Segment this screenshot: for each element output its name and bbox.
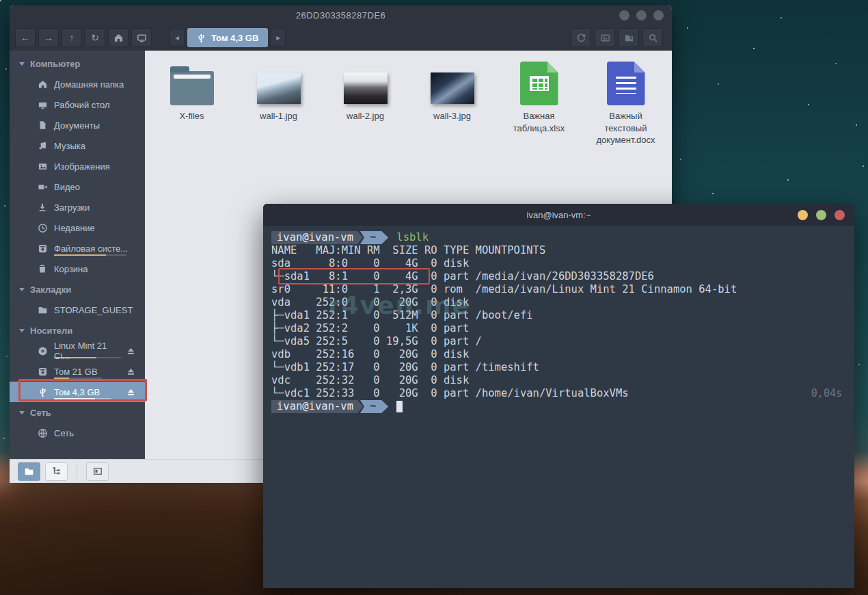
sidebar-item-documents[interactable]: Документы (10, 115, 145, 135)
tab-next-button[interactable]: ▸ (271, 29, 286, 47)
file-wall-2[interactable]: wall-2.jpg (325, 57, 405, 146)
eject-icon (126, 347, 135, 356)
chevron-down-icon (19, 62, 25, 66)
window-controls (619, 5, 664, 25)
computer-button[interactable] (131, 28, 152, 47)
file-name: X-files (179, 110, 204, 122)
reload-icon (576, 33, 586, 43)
disk-usage-bar (54, 357, 121, 358)
document-icon (607, 62, 645, 105)
close-button[interactable] (653, 10, 664, 21)
file-wall-3[interactable]: wall-3.jpg (412, 57, 492, 146)
maximize-button[interactable] (636, 10, 647, 21)
eject-button[interactable] (126, 347, 135, 356)
sidebar-item-music[interactable]: Музыка (10, 135, 145, 156)
section-label: Сеть (30, 408, 51, 418)
lsblk-row-vdb1: └─vdb1 252:17 0 20G 0 part /timeshift (271, 361, 854, 374)
network-icon (37, 427, 48, 438)
sidebar-section-network[interactable]: Сеть (10, 402, 145, 423)
sidebar-item-label: Корзина (54, 264, 88, 274)
sidebar-item-label: Домашняя папка (54, 79, 124, 90)
prompt-path: ~ (360, 400, 388, 413)
annotation-box-sda1-row (278, 268, 430, 285)
section-label: Закладки (30, 285, 71, 295)
tab-label: Том 4,3 GB (211, 33, 258, 43)
tree-view-button[interactable] (45, 462, 68, 481)
lsblk-row-vdc1: └─vdc1 252:33 0 20G 0 part /home/ivan/Vi… (271, 387, 854, 400)
computer-icon (137, 33, 147, 43)
sidebar-item-network[interactable]: Сеть (10, 423, 145, 443)
starfield (0, 0, 1, 1)
forward-button[interactable]: → (38, 28, 59, 47)
minimize-button[interactable] (619, 10, 629, 21)
reload-button[interactable] (571, 28, 591, 47)
sidebar-section-devices[interactable]: Носители (10, 320, 145, 341)
up-icon: ↑ (70, 32, 74, 43)
home-button[interactable] (108, 28, 128, 47)
file-name: wall-3.jpg (433, 110, 471, 122)
sidebar-item-home[interactable]: Домашняя папка (10, 74, 145, 94)
panel-toggle-button[interactable] (86, 462, 109, 481)
image-thumbnail (344, 72, 388, 104)
text-cursor (396, 401, 403, 412)
file-wall-1[interactable]: wall-1.jpg (239, 57, 318, 146)
new-folder-icon (624, 33, 634, 43)
icon-view-button[interactable] (18, 462, 40, 481)
image-thumbnail (431, 72, 474, 104)
images-icon (37, 161, 48, 172)
home-icon (37, 79, 48, 90)
refresh-button[interactable]: ↻ (85, 28, 105, 47)
trash-icon (37, 263, 48, 274)
sidebar-item-trash[interactable]: Корзина (10, 259, 145, 279)
window-title: 26DD303358287DE6 (296, 10, 386, 21)
music-icon (37, 140, 48, 151)
sidebar-item-label: Том 21 GB (54, 367, 98, 377)
back-icon: ← (21, 32, 30, 43)
file-xfiles-folder[interactable]: X-files (152, 57, 232, 146)
shell-prompt[interactable]: ivan@ivan-vm ~ (271, 400, 854, 413)
close-button[interactable] (835, 210, 845, 220)
command-duration: 0,04s (811, 387, 842, 399)
sidebar-item-recent[interactable]: Недавние (10, 217, 145, 238)
toolbar-right-group (571, 28, 666, 47)
maximize-button[interactable] (816, 210, 826, 220)
sidebar-item-videos[interactable]: Видео (10, 176, 145, 197)
spreadsheet-icon (520, 62, 558, 105)
sidebar-item-storage-guest[interactable]: STORAGE_GUEST (10, 300, 145, 320)
back-button[interactable]: ← (15, 28, 36, 47)
minimize-button[interactable] (798, 210, 808, 220)
panel-toggle-icon (93, 466, 103, 476)
lsblk-row-vdb: vdb 252:16 0 20G 0 disk (271, 348, 854, 361)
sidebar-item-pictures[interactable]: Изображения (10, 156, 145, 176)
sidebar-section-computer[interactable]: Компьютер (10, 53, 145, 74)
optical-disc-icon (37, 345, 48, 356)
sidebar-item-filesystem[interactable]: Файловая систе... (10, 238, 145, 259)
file-spreadsheet[interactable]: Важная таблица.xlsx (499, 57, 579, 146)
folder-icon (170, 71, 214, 105)
terminal-window-controls (798, 210, 845, 220)
location-entry-button[interactable] (595, 28, 615, 47)
recent-icon (37, 222, 48, 233)
sidebar-item-desktop[interactable]: Рабочий стол (10, 94, 145, 115)
downloads-icon (37, 202, 48, 213)
terminal-titlebar: ivan@ivan-vm:~ (263, 204, 854, 226)
tab-volume[interactable]: Том 4,3 GB (187, 28, 268, 47)
file-grid: X-files wall-1.jpg wall-2.jpg wall-3.jpg… (152, 57, 666, 146)
watermark: r4ven.me (328, 291, 470, 319)
sidebar-item-linux-mint-cd[interactable]: Linux Mint 21 Ci... (10, 341, 145, 361)
eject-button[interactable] (126, 367, 135, 376)
file-document[interactable]: Важный текстовый документ.docx (586, 57, 666, 146)
sidebar-section-bookmarks[interactable]: Закладки (10, 279, 145, 300)
video-icon (37, 181, 48, 192)
search-icon (648, 33, 658, 43)
tab-navigation: ◂ Том 4,3 GB ▸ (169, 28, 286, 47)
drive-icon (37, 366, 48, 377)
tab-prev-button[interactable]: ◂ (169, 29, 185, 47)
prompt-host: ivan@ivan-vm (271, 231, 363, 244)
sidebar-item-label: Видео (54, 182, 80, 192)
folder-icon (37, 304, 48, 315)
new-folder-button[interactable] (619, 28, 639, 47)
sidebar-item-downloads[interactable]: Загрузки (10, 197, 145, 217)
search-button[interactable] (642, 28, 663, 47)
up-button[interactable]: ↑ (62, 28, 82, 47)
